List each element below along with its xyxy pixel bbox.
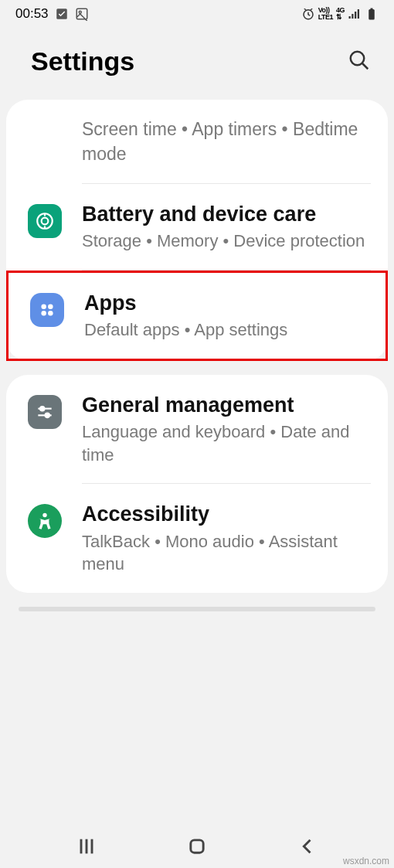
back-button[interactable] [297,836,318,857]
svg-rect-1 [76,9,87,19]
item-subtitle: Default apps • App settings [84,318,369,342]
svg-point-22 [42,513,46,517]
accessibility-icon [28,504,62,538]
header: Settings [0,28,394,100]
svg-line-11 [362,63,369,69]
checkbox-icon [55,7,69,21]
item-subtitle: Storage • Memory • Device protection [82,230,371,253]
scroll-indicator [19,607,375,611]
settings-item-battery[interactable]: Battery and device care Storage • Memory… [6,184,388,270]
watermark: wsxdn.com [343,856,389,866]
svg-point-10 [351,51,365,65]
settings-item-general[interactable]: General management Language and keyboard… [6,375,388,483]
settings-item-digital-wellbeing[interactable]: Screen time • App timers • Bedtime mode [6,100,388,183]
svg-rect-8 [369,9,375,20]
svg-rect-4 [349,16,351,19]
status-bar: 00:53 Vo))LTE1 4G⇅ [0,0,394,28]
battery-care-icon [28,204,62,238]
svg-point-15 [48,305,53,310]
recent-apps-button[interactable] [76,836,97,857]
network-4g: 4G⇅ [336,7,345,21]
svg-rect-6 [355,12,356,19]
svg-rect-9 [371,9,373,10]
status-time: 00:53 [15,6,49,22]
home-button[interactable] [186,836,208,857]
svg-point-14 [41,305,46,310]
svg-point-21 [46,414,49,417]
svg-rect-5 [352,14,353,19]
item-title: Battery and device care [82,201,371,228]
page-title: Settings [31,46,134,77]
settings-item-apps[interactable]: Apps Default apps • App settings [6,271,388,361]
svg-rect-26 [191,840,203,853]
svg-point-13 [42,218,49,225]
status-right: Vo))LTE1 4G⇅ [301,7,379,21]
settings-item-accessibility[interactable]: Accessibility TalkBack • Mono audio • As… [6,484,388,592]
navigation-bar [0,825,394,868]
settings-card-2: General management Language and keyboard… [6,375,388,593]
status-left: 00:53 [15,6,89,22]
apps-icon [30,293,64,327]
image-icon [75,7,89,21]
alarm-icon [301,7,315,21]
settings-card-1: Screen time • App timers • Bedtime mode … [6,100,388,361]
svg-point-17 [48,311,53,316]
search-icon[interactable] [348,49,371,75]
item-subtitle: Language and keyboard • Date and time [82,420,371,466]
battery-icon [365,7,379,21]
item-title: Accessibility [82,501,371,528]
item-subtitle: TalkBack • Mono audio • Assistant menu [82,530,371,576]
item-subtitle: Screen time • App timers • Bedtime mode [82,117,371,166]
signal-icon [348,7,362,21]
general-management-icon [28,395,62,429]
svg-point-16 [41,311,46,316]
item-title: General management [82,392,371,419]
volte-indicator: Vo))LTE1 [318,7,333,21]
svg-point-2 [79,11,81,13]
svg-point-20 [40,407,44,410]
item-title: Apps [84,290,369,317]
svg-rect-7 [358,9,359,19]
